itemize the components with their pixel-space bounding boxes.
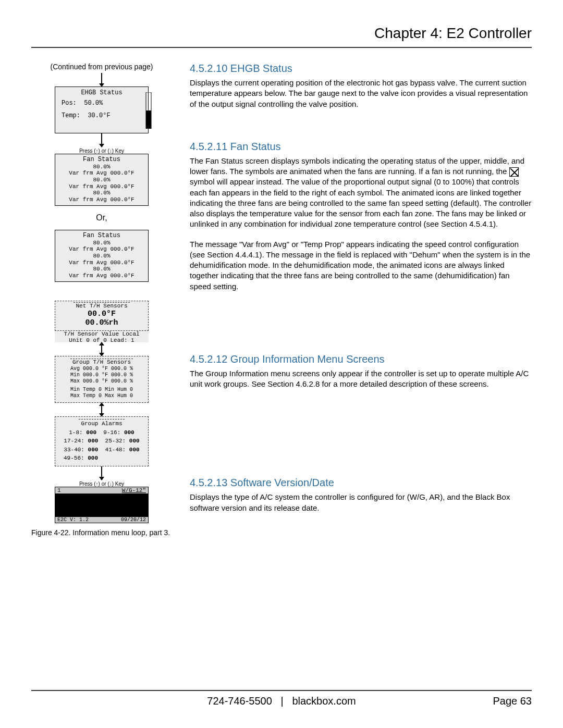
fan2-l1a: 80.0%: [58, 240, 145, 246]
fan1-l2b: Var frm Avg 000.0°F: [58, 183, 145, 190]
page-footer: 724-746-5500 | blackbox.com Page 63: [31, 690, 532, 707]
content-column: 4.5.2.10 EHGB Status Displays the curren…: [190, 63, 532, 537]
ver-top-left: 1: [57, 487, 61, 493]
section-body-fan-2: The message "Var from Avg" or "Temp Prop…: [190, 239, 532, 292]
al-r2b: 000: [88, 438, 99, 444]
fan1-l1b: Var frm Avg 000.0°F: [58, 170, 145, 177]
figure-caption: Figure 4-22. Information menu loop, part…: [31, 528, 172, 537]
group-r2: Min 000.0 °F 000.0 %: [58, 372, 145, 378]
divider-top: [31, 47, 532, 48]
al-r3b: 000: [88, 447, 99, 453]
ehgb-temp-val: 30.0°F: [88, 112, 110, 119]
lcd-version: 1 W/G-12" E2C V: 1.2 09/20/12: [55, 487, 149, 523]
arrow-down-icon: [101, 133, 102, 147]
section-body-version: Displays the type of A/C system the cont…: [190, 492, 532, 513]
fan1-l3a: 80.0%: [58, 190, 145, 196]
arrow-updown-icon: [101, 342, 102, 356]
al-r4a: 49-56:: [64, 455, 84, 461]
al-r1c: 9-16:: [103, 429, 120, 436]
arrow-down-icon: [101, 73, 102, 87]
lcd-net-th: Net T/H Sensors 00.0°F 00.0%rh: [55, 301, 149, 331]
fan1-title: Fan Status: [58, 156, 145, 164]
group-r3: Max 000.0 °F 000.0 %: [58, 378, 145, 385]
al-r3d: 000: [129, 447, 140, 453]
al-r1d: 000: [124, 429, 134, 436]
fan2-title: Fan Status: [58, 232, 145, 240]
diagram-column: (Continued from previous page) EHGB Stat…: [31, 63, 172, 537]
fan2-l1b: Var frm Avg 000.0°F: [58, 246, 145, 253]
lcd-group-alarms: Group Alarms 1-8: 000 9-16: 000 17-24: 0…: [55, 416, 149, 466]
fan2-l3b: Var frm Avg 000.0°F: [58, 273, 145, 279]
al-r3c: 41-48:: [105, 447, 126, 453]
fan-body-1a: The Fan Status screen displays symbols i…: [190, 156, 524, 176]
al-r2c: 25-32:: [105, 438, 126, 444]
ver-bot-left: E2C V: 1.2: [57, 517, 89, 523]
or-label: Or,: [96, 213, 107, 223]
al-r2a: 17-24:: [64, 438, 84, 444]
ehgb-temp-label: Temp:: [62, 112, 80, 119]
footer-phone: 724-746-5500: [207, 695, 272, 707]
continued-label: (Continued from previous page): [51, 63, 153, 71]
al-r3a: 33-40:: [64, 447, 84, 453]
bar-gauge-icon: [145, 92, 152, 129]
ver-top-right: W/G-12": [122, 487, 146, 493]
group-r1: Avg 000.0 °F 000.0 %: [58, 366, 145, 372]
al-r2d: 000: [129, 438, 140, 444]
section-title-ehgb: 4.5.2.10 EHGB Status: [190, 63, 532, 75]
fan1-l3b: Var frm Avg 000.0°F: [58, 196, 145, 203]
lcd-local: T/H Sensor Value Local Unit 0 of 0 Lead:…: [55, 331, 149, 342]
al-r1b: 000: [86, 429, 96, 436]
section-title-fan: 4.5.2.11 Fan Status: [190, 141, 532, 153]
net-temp: 00.0°F: [58, 310, 145, 318]
fan2-l3a: 80.0%: [58, 266, 145, 273]
chapter-title: Chapter 4: E2 Controller: [31, 25, 532, 42]
fan-body-1b: symbol will appear instead. The value of…: [190, 177, 531, 228]
footer-site: blackbox.com: [292, 695, 356, 707]
fan1-l1a: 80.0%: [58, 164, 145, 170]
al-r4b: 000: [88, 455, 98, 461]
ehgb-pos-val: 50.0%: [84, 100, 103, 107]
lcd-group-th: Group T/H Sensors Avg 000.0 °F 000.0 % M…: [55, 356, 149, 403]
local-l1: T/H Sensor Value Local: [58, 331, 145, 337]
ehgb-pos-label: Pos:: [62, 100, 77, 107]
press-key-label: Press (↑) or (↓) Key: [79, 148, 124, 154]
arrow-down-icon: [101, 466, 102, 480]
group-r5: Max Temp 0 Max Hum 0: [58, 393, 145, 399]
footer-sep: |: [281, 695, 284, 707]
divider-bottom: [31, 690, 532, 691]
alarms-title: Group Alarms: [79, 419, 124, 428]
section-body-group: The Group Information menu screens only …: [190, 368, 532, 390]
section-title-version: 4.5.2.13 Software Version/Date: [190, 477, 532, 489]
ehgb-title: EHGB Status: [58, 89, 145, 96]
al-r1a: 1-8:: [69, 429, 82, 436]
section-title-group: 4.5.2.12 Group Information Menu Screens: [190, 353, 532, 365]
net-title: Net T/H Sensors: [74, 302, 129, 309]
fan-stopped-icon: [509, 167, 519, 177]
ver-bot-right: 09/20/12: [121, 517, 146, 523]
lcd-fan-2: Fan Status 80.0% Var frm Avg 000.0°F 80.…: [55, 230, 149, 282]
lcd-fan-1: Fan Status 80.0% Var frm Avg 000.0°F 80.…: [55, 154, 149, 206]
fan2-l2b: Var frm Avg 000.0°F: [58, 260, 145, 266]
section-body-ehgb: Displays the current operating position …: [190, 78, 532, 109]
section-body-fan-1: The Fan Status screen displays symbols i…: [190, 156, 532, 230]
svg-rect-1: [146, 110, 151, 129]
press-key-label: Press (↑) or (↓) Key: [79, 481, 124, 487]
net-hum: 00.0%rh: [58, 318, 145, 327]
lcd-ehgb: EHGB Status Pos: 50.0% Temp: 30.0°F: [55, 87, 149, 133]
group-r4: Min Temp 0 Min Hum 0: [58, 387, 145, 393]
fan2-l2a: 80.0%: [58, 253, 145, 260]
fan1-l2a: 80.0%: [58, 177, 145, 183]
arrow-updown-icon: [101, 403, 102, 416]
group-title: Group T/H Sensors: [70, 359, 133, 366]
